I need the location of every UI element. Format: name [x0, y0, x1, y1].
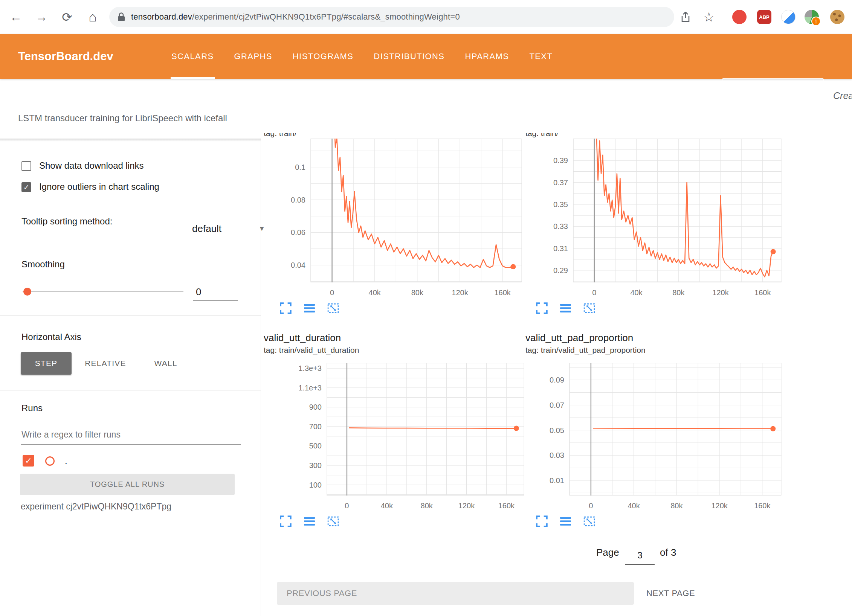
chart-plot-valid-utt-duration[interactable]: 1003005007009001.1e+31.3e+3040k80k120k16…: [285, 363, 524, 513]
expand-chart-icon[interactable]: [536, 302, 548, 314]
toggle-all-runs-button[interactable]: TOGGLE ALL RUNS: [20, 474, 235, 495]
svg-text:120k: 120k: [712, 288, 729, 297]
svg-text:300: 300: [309, 461, 322, 470]
tab-graphs[interactable]: GRAPHS: [224, 34, 282, 79]
divider: [0, 315, 261, 316]
svg-text:1.3e+3: 1.3e+3: [298, 364, 322, 372]
share-icon[interactable]: [676, 0, 695, 34]
home-icon[interactable]: ⌂: [84, 0, 102, 34]
svg-text:160k: 160k: [754, 502, 771, 510]
runs-label: Runs: [21, 403, 43, 413]
svg-text:120k: 120k: [452, 288, 468, 297]
tab-histograms[interactable]: HISTOGRAMS: [282, 34, 364, 79]
run-data-icon[interactable]: [303, 302, 316, 314]
chart-title-valid-utt-pad-proportion: valid_utt_pad_proportion: [525, 332, 633, 344]
settings-sidebar: Show data download links ✓ Ignore outlie…: [0, 139, 261, 616]
tab-scalars[interactable]: SCALARS: [161, 34, 224, 79]
svg-text:900: 900: [309, 403, 322, 411]
svg-text:0.39: 0.39: [553, 156, 568, 165]
runs-filter-input[interactable]: [21, 425, 241, 445]
run-data-icon[interactable]: [559, 515, 572, 528]
adblock-extension-icon[interactable]: [732, 10, 747, 24]
tab-text[interactable]: TEXT: [519, 34, 563, 79]
chart-toolbar: [279, 302, 339, 314]
svg-text:0.01: 0.01: [550, 476, 564, 485]
url-path: /experiment/cj2vtPiwQHKN9Q1tx6PTpg/#scal…: [192, 12, 460, 21]
fit-domain-icon[interactable]: [583, 515, 595, 528]
svg-text:40k: 40k: [369, 288, 381, 297]
chart-plot-top-left[interactable]: 0.040.060.080.1040k80k120k160k: [269, 139, 522, 300]
page-number-input[interactable]: [625, 547, 655, 565]
svg-text:700: 700: [309, 422, 322, 431]
fit-domain-icon[interactable]: [327, 302, 339, 314]
cookie-extension-icon[interactable]: [830, 10, 844, 24]
url-domain: tensorboard.dev: [131, 12, 192, 21]
run-name-label: .: [65, 456, 67, 466]
svg-text:40k: 40k: [628, 502, 640, 510]
chart-tag-valid-utt-pad-proportion: tag: train/valid_utt_pad_proportion: [525, 346, 646, 355]
smoothing-slider-knob[interactable]: [23, 288, 31, 296]
svg-text:100: 100: [309, 481, 322, 489]
reload-icon[interactable]: ⟳: [58, 0, 76, 34]
chart-plot-valid-utt-pad-proportion[interactable]: 0.010.030.050.070.09040k80k120k160k: [527, 363, 782, 513]
axis-relative-button[interactable]: RELATIVE: [81, 352, 130, 375]
page: ← → ⟳ ⌂ tensorboard.dev/experiment/cj2vt…: [0, 0, 852, 616]
svg-text:0: 0: [589, 502, 593, 510]
fit-domain-icon[interactable]: [583, 302, 595, 314]
app-title: TensorBoard.dev: [18, 34, 113, 79]
expand-chart-icon[interactable]: [279, 302, 292, 314]
svg-text:0.37: 0.37: [553, 178, 568, 187]
extension-badge: 1: [811, 17, 821, 26]
clipped-created-text: Crea: [833, 90, 852, 101]
expand-chart-icon[interactable]: [536, 515, 548, 528]
chart-toolbar: [536, 302, 595, 314]
svg-text:0: 0: [592, 288, 596, 297]
run-data-icon[interactable]: [303, 515, 316, 528]
horizontal-axis-label: Horizontal Axis: [21, 332, 81, 342]
smoothing-slider-track[interactable]: [23, 291, 183, 292]
send-feedback-button[interactable]: SEND FEEDBACK: [722, 78, 824, 100]
back-icon[interactable]: ←: [7, 0, 25, 34]
chart-plot-top-right[interactable]: 0.290.310.330.350.370.39040k80k120k160k: [531, 139, 782, 300]
next-page-button[interactable]: NEXT PAGE: [646, 582, 695, 605]
tooltip-sorting-label: Tooltip sorting method:: [21, 216, 112, 227]
tooltip-sorting-value: default: [192, 223, 221, 235]
chevron-down-icon: ▼: [258, 225, 265, 233]
tab-hparams[interactable]: HPARAMS: [455, 34, 519, 79]
chart-toolbar: [536, 515, 595, 528]
svg-text:500: 500: [309, 442, 322, 450]
run-color-swatch: [45, 456, 55, 466]
fit-domain-icon[interactable]: [327, 515, 339, 528]
bookmark-star-icon[interactable]: ☆: [700, 0, 718, 34]
svg-text:0.04: 0.04: [291, 261, 305, 269]
show-download-links-checkbox[interactable]: [21, 161, 31, 171]
ignore-outliers-checkbox[interactable]: ✓: [21, 182, 31, 192]
experiment-id-label: experiment cj2vtPiwQHKN9Q1tx6PTpg: [21, 502, 171, 512]
darkmode-extension-icon[interactable]: [781, 10, 796, 24]
smoothing-value-input[interactable]: 0: [193, 283, 238, 301]
divider: [0, 242, 261, 242]
forward-icon[interactable]: →: [32, 0, 50, 34]
address-bar[interactable]: tensorboard.dev/experiment/cj2vtPiwQHKN9…: [109, 7, 674, 27]
svg-text:0.31: 0.31: [553, 244, 568, 253]
tab-distributions[interactable]: DISTRIBUTIONS: [363, 34, 455, 79]
clipped-chart-header-right: tag: train/: [525, 133, 759, 139]
axis-step-button[interactable]: STEP: [21, 352, 72, 375]
experiment-description: LSTM transducer training for LibriSpeech…: [18, 113, 227, 124]
previous-page-button[interactable]: PREVIOUS PAGE: [277, 582, 634, 605]
run-checkbox[interactable]: ✓: [23, 455, 34, 467]
axis-wall-button[interactable]: WALL: [151, 352, 181, 375]
abp-extension-icon[interactable]: ABP: [757, 10, 771, 24]
expand-chart-icon[interactable]: [279, 515, 292, 528]
svg-text:40k: 40k: [630, 288, 643, 297]
svg-text:160k: 160k: [754, 288, 771, 297]
profile-extension-icon[interactable]: 1: [805, 10, 819, 24]
svg-text:0: 0: [330, 288, 334, 297]
svg-text:40k: 40k: [381, 502, 393, 510]
divider: [0, 390, 261, 390]
svg-text:120k: 120k: [711, 502, 728, 510]
chart-toolbar: [279, 515, 339, 528]
run-data-icon[interactable]: [559, 302, 572, 314]
smoothing-label: Smoothing: [21, 259, 65, 270]
tooltip-sorting-dropdown[interactable]: default ▼: [192, 221, 267, 237]
